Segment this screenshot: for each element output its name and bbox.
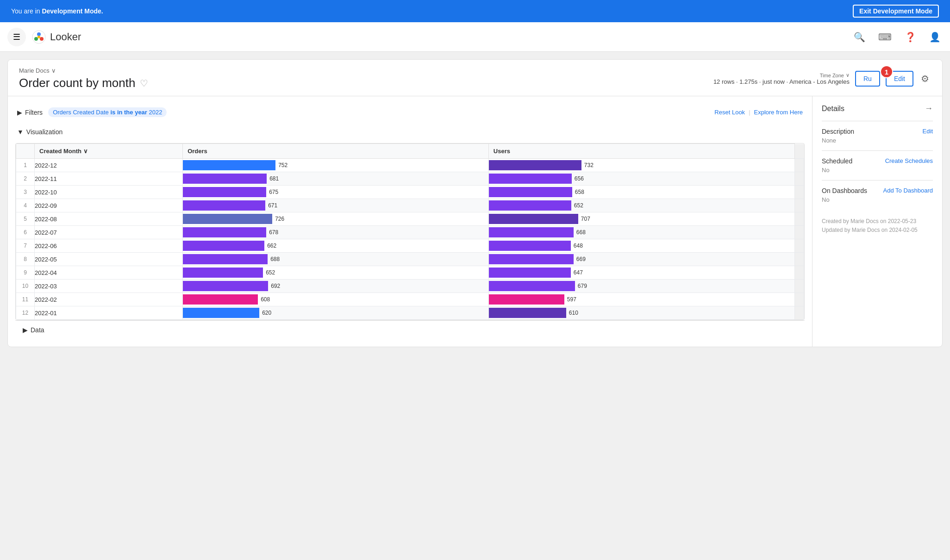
orders-bar-cell: 671 <box>183 199 489 212</box>
users-bar <box>489 281 575 291</box>
date-cell: 2022-09 <box>35 199 183 212</box>
users-bar-cell: 668 <box>488 226 794 239</box>
edit-button-wrapper: 1 Edit <box>886 71 913 87</box>
keyboard-button[interactable]: ⌨ <box>876 30 894 44</box>
date-cell: 2022-10 <box>35 186 183 199</box>
scroll-col <box>794 226 804 239</box>
users-bar-cell: 679 <box>488 280 794 293</box>
svg-point-3 <box>34 37 38 41</box>
scroll-col <box>794 212 804 226</box>
visualization-section: ▼ Visualization Created Month <box>15 124 805 320</box>
reset-look-button[interactable]: Reset Look <box>714 109 745 116</box>
filter-op: is in the year <box>110 109 149 116</box>
created-month-sort[interactable]: Created Month ∨ <box>39 148 88 155</box>
users-bar-cell: 656 <box>488 172 794 186</box>
exit-dev-mode-button[interactable]: Exit Development Mode <box>853 5 939 18</box>
users-bar <box>489 214 578 224</box>
orders-bar <box>183 214 272 224</box>
help-icon: ❓ <box>905 32 916 42</box>
hamburger-menu-button[interactable]: ☰ <box>7 28 26 46</box>
date-cell: 2022-05 <box>35 253 183 266</box>
add-to-dashboard-button[interactable]: Add To Dashboard <box>883 187 933 194</box>
look-header: Marie Docs ∨ Order count by month ♡ Time… <box>8 60 942 96</box>
row-num-cell: 9 <box>16 266 35 280</box>
users-bar-cell: 610 <box>488 306 794 320</box>
users-value: 668 <box>576 229 792 236</box>
look-stats: 12 rows · 1.275s · just now · America - … <box>713 78 850 85</box>
col-header-created-month[interactable]: Created Month ∨ <box>35 144 183 159</box>
hamburger-icon: ☰ <box>13 32 20 42</box>
run-button[interactable]: Ru <box>855 71 880 87</box>
profile-button[interactable]: 👤 <box>927 30 943 44</box>
look-timezone[interactable]: Time Zone ∨ <box>713 72 850 78</box>
created-line2: Updated by Marie Docs on 2024-02-05 <box>822 226 933 235</box>
description-label: Description <box>822 128 854 135</box>
date-cell: 2022-02 <box>35 293 183 306</box>
users-bar-cell: 669 <box>488 253 794 266</box>
users-bar-cell: 658 <box>488 186 794 199</box>
filter-field: Orders Created Date <box>53 109 109 116</box>
row-num-cell: 1 <box>16 159 35 172</box>
description-edit-button[interactable]: Edit <box>923 128 933 135</box>
users-bar <box>489 254 574 264</box>
badge-1: 1 <box>880 65 893 78</box>
orders-bar-cell: 620 <box>183 306 489 320</box>
timezone-chevron-icon: ∨ <box>846 72 850 78</box>
explore-from-here-button[interactable]: Explore from Here <box>754 109 803 116</box>
details-navigate-button[interactable]: → <box>925 104 933 113</box>
row-num-cell: 7 <box>16 239 35 253</box>
left-panel: ▶ Filters Orders Created Date is in the … <box>8 96 812 347</box>
filters-toggle[interactable]: ▶ Filters <box>17 109 43 116</box>
right-panel: Details → Description None Edit Schedule… <box>812 96 942 347</box>
row-num-cell: 6 <box>16 226 35 239</box>
data-toggle[interactable]: ▶ Data <box>15 320 805 339</box>
breadcrumb[interactable]: Marie Docs ∨ <box>19 67 148 74</box>
details-header: Details → <box>822 104 933 113</box>
visualization-toggle[interactable]: ▼ Visualization <box>15 124 805 139</box>
favorite-button[interactable]: ♡ <box>140 78 148 89</box>
filter-chip: Orders Created Date is in the year 2022 <box>48 107 167 117</box>
filter-divider: | <box>749 109 750 116</box>
orders-bar-cell: 662 <box>183 239 489 253</box>
create-schedules-button[interactable]: Create Schedules <box>885 157 933 164</box>
look-title-text: Order count by month <box>19 76 135 90</box>
row-num-cell: 8 <box>16 253 35 266</box>
description-value: None <box>822 137 854 144</box>
row-num-cell: 2 <box>16 172 35 186</box>
orders-value: 678 <box>269 229 486 236</box>
look-meta: Time Zone ∨ 12 rows · 1.275s · just now … <box>713 72 850 85</box>
orders-bar <box>183 227 266 237</box>
scroll-col <box>794 306 804 320</box>
users-value: 669 <box>576 256 792 262</box>
keyboard-icon: ⌨ <box>878 32 892 42</box>
col-header-users: Users <box>488 144 794 159</box>
svg-point-1 <box>37 32 41 36</box>
search-icon: 🔍 <box>854 32 865 42</box>
table-row: 3 2022-10 675 658 <box>16 186 804 199</box>
users-bar <box>489 241 571 251</box>
data-label: Data <box>31 326 44 334</box>
table-row: 2 2022-11 681 656 <box>16 172 804 186</box>
scheduled-info: Scheduled No <box>822 157 852 174</box>
settings-button[interactable]: ⚙ <box>919 71 931 86</box>
date-cell: 2022-12 <box>35 159 183 172</box>
date-cell: 2022-11 <box>35 172 183 186</box>
orders-bar <box>183 268 263 278</box>
users-value: 679 <box>578 283 792 289</box>
orders-value: 675 <box>269 189 486 195</box>
users-value: 658 <box>575 189 792 195</box>
users-value: 610 <box>569 310 792 316</box>
users-bar-cell: 648 <box>488 239 794 253</box>
scroll-col <box>794 280 804 293</box>
col-header-rownum <box>16 144 35 159</box>
table-row: 8 2022-05 688 669 <box>16 253 804 266</box>
description-row: Description None Edit <box>822 128 933 144</box>
orders-value: 608 <box>261 296 486 303</box>
help-button[interactable]: ❓ <box>903 30 918 44</box>
orders-bar <box>183 281 268 291</box>
dev-banner: You are in Development Mode. Exit Develo… <box>0 0 950 22</box>
filters-left: ▶ Filters Orders Created Date is in the … <box>17 107 167 117</box>
table-row: 11 2022-02 608 597 <box>16 293 804 306</box>
search-button[interactable]: 🔍 <box>852 30 867 44</box>
scroll-col <box>794 266 804 280</box>
